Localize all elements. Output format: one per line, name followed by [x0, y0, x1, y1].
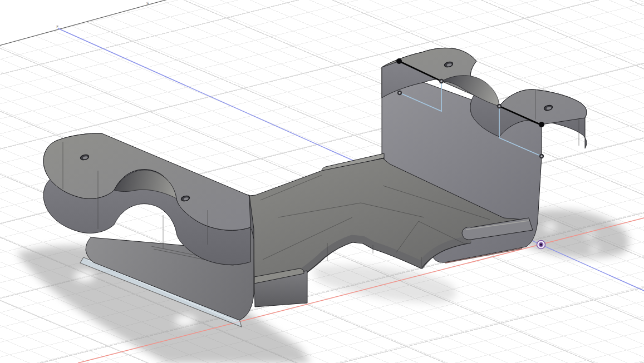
shadow-hole-spot: [586, 233, 594, 237]
shadow-hole-spot: [544, 224, 556, 230]
selected-sketch-point[interactable]: [396, 58, 402, 64]
viewport-canvas[interactable]: ✕ ✕: [0, 0, 644, 363]
origin-center: [540, 243, 542, 246]
cad-viewport[interactable]: ✕ ✕: [0, 0, 644, 363]
selected-sketch-point[interactable]: [539, 122, 544, 127]
shadow-hole-spot: [75, 272, 95, 281]
shadow-hole-spot: [590, 247, 599, 251]
grid-boundary: ✕ ✕: [0, 0, 174, 46]
sketch-point[interactable]: [497, 104, 502, 108]
shadow-hole-spot: [175, 316, 195, 325]
sketch-point[interactable]: [439, 79, 444, 83]
origin-point[interactable]: [537, 241, 545, 249]
sketch-point[interactable]: [539, 154, 544, 158]
shadow-right: [527, 210, 629, 258]
sketch-point[interactable]: [397, 91, 402, 95]
